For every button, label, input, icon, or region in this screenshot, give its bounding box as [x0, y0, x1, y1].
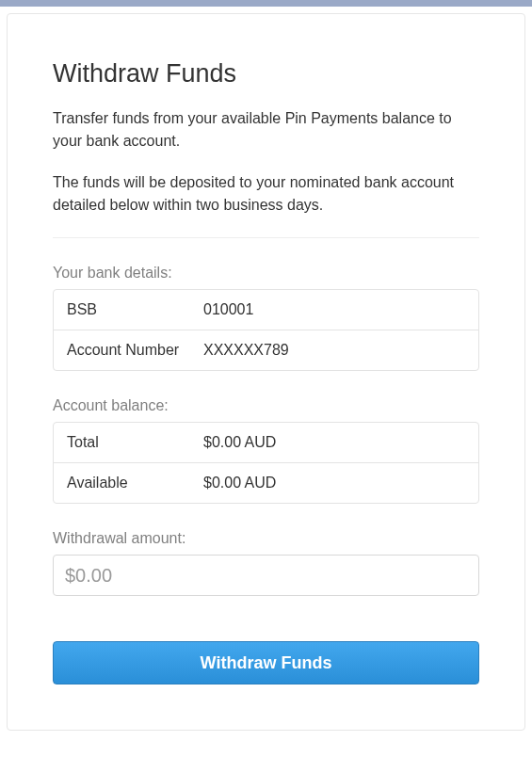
bank-details-table: BSB 010001 Account Number XXXXXX789 [53, 289, 479, 371]
account-balance-table: Total $0.00 AUD Available $0.00 AUD [53, 422, 479, 504]
table-row: Available $0.00 AUD [54, 463, 478, 503]
table-row: Total $0.00 AUD [54, 423, 478, 463]
balance-row-value: $0.00 AUD [203, 434, 276, 451]
divider [53, 237, 479, 238]
top-bar [0, 0, 532, 7]
balance-row-key: Total [67, 434, 203, 451]
withdrawal-amount-input[interactable] [53, 555, 479, 596]
withdrawal-amount-label: Withdrawal amount: [53, 530, 479, 547]
balance-row-key: Available [67, 475, 203, 491]
bank-details-label: Your bank details: [53, 265, 479, 282]
description-para-2: The funds will be deposited to your nomi… [53, 171, 479, 217]
withdraw-card: Withdraw Funds Transfer funds from your … [7, 13, 525, 731]
balance-row-value: $0.00 AUD [203, 475, 276, 491]
bank-row-key: BSB [67, 301, 203, 318]
description-para-1: Transfer funds from your available Pin P… [53, 107, 479, 153]
bank-row-value: XXXXXX789 [203, 342, 289, 359]
table-row: BSB 010001 [54, 290, 478, 330]
account-balance-label: Account balance: [53, 397, 479, 414]
bank-row-value: 010001 [203, 301, 253, 318]
table-row: Account Number XXXXXX789 [54, 330, 478, 370]
page-title: Withdraw Funds [53, 59, 479, 89]
description: Transfer funds from your available Pin P… [53, 107, 479, 217]
bank-row-key: Account Number [67, 342, 203, 359]
withdraw-funds-button[interactable]: Withdraw Funds [53, 641, 479, 684]
